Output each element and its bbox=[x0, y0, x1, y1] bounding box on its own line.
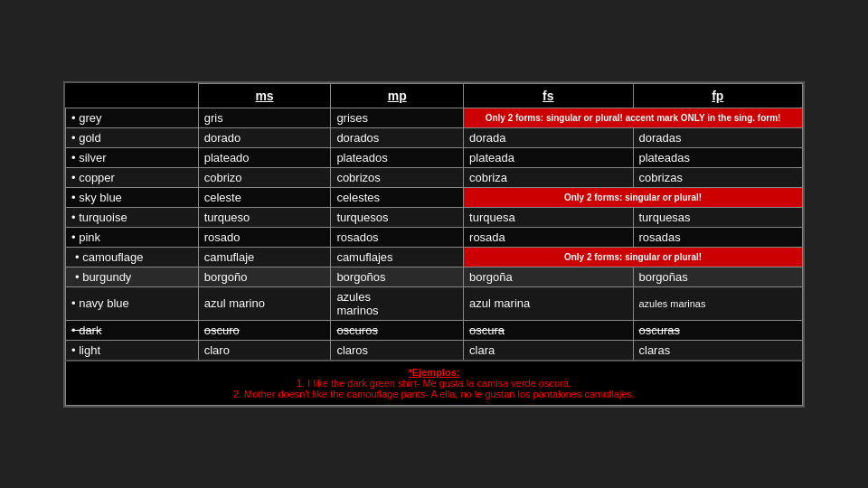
row-mp: celestes bbox=[331, 187, 464, 207]
table-row: • navy blueazul marinoazulesmarinosazul … bbox=[66, 286, 803, 320]
row-fs: dorada bbox=[464, 127, 633, 147]
row-mp: dorados bbox=[331, 127, 464, 147]
row-mp: borgoños bbox=[331, 267, 464, 286]
header-ms: ms bbox=[198, 83, 331, 108]
row-ms: borgoño bbox=[198, 267, 331, 286]
table-row: • burgundyborgoñoborgoñosborgoñaborgoñas bbox=[66, 267, 803, 286]
row-mp: grises bbox=[331, 108, 464, 127]
row-fp: doradas bbox=[633, 127, 803, 147]
row-fs-special: Only 2 forms: singular or plural! bbox=[464, 247, 803, 267]
table-row: • golddoradodoradosdoradadoradas bbox=[66, 127, 803, 147]
row-label: • light bbox=[66, 340, 199, 361]
row-ms: plateado bbox=[198, 147, 331, 167]
row-fs: turquesa bbox=[464, 207, 633, 227]
row-mp: rosados bbox=[331, 227, 464, 247]
row-label: • navy blue bbox=[66, 286, 199, 320]
row-ms: dorado bbox=[198, 127, 331, 147]
table-row: • camouflagecamuflajecamuflajesOnly 2 fo… bbox=[66, 247, 803, 267]
row-mp: claros bbox=[331, 340, 464, 361]
row-fp: oscuras bbox=[633, 320, 803, 340]
row-label: • dark bbox=[66, 320, 199, 340]
row-label: • pink bbox=[66, 227, 199, 247]
table-row: • pinkrosadorosadosrosadarosadas bbox=[66, 227, 803, 247]
row-fs: clara bbox=[464, 340, 633, 361]
row-ms: camuflaje bbox=[198, 247, 331, 267]
row-mp: plateados bbox=[331, 147, 464, 167]
table-row: • darkoscurooscurososcuraoscuras bbox=[66, 320, 803, 340]
row-fp: cobrizas bbox=[633, 167, 803, 187]
table-row: • greygrisgrisesOnly 2 forms: singular o… bbox=[66, 108, 803, 127]
row-ms: turqueso bbox=[198, 207, 331, 227]
row-label: • camouflage bbox=[66, 247, 199, 267]
row-fp: borgoñas bbox=[633, 267, 803, 286]
row-label: • copper bbox=[66, 167, 199, 187]
row-fs: azul marina bbox=[464, 286, 633, 320]
row-fs: borgoña bbox=[464, 267, 633, 286]
row-label: • grey bbox=[66, 108, 199, 127]
row-label: • sky blue bbox=[66, 187, 199, 207]
row-fp: rosadas bbox=[633, 227, 803, 247]
footer-row: *Ejemplos:1. I like the dark green shirt… bbox=[66, 361, 803, 406]
table-row: • sky bluecelestecelestesOnly 2 forms: s… bbox=[66, 187, 803, 207]
row-fs: plateada bbox=[464, 147, 633, 167]
main-table-wrapper: ms mp fs fp • greygrisgrisesOnly 2 forms… bbox=[63, 81, 805, 408]
row-label: • turquoise bbox=[66, 207, 199, 227]
table-row: • coppercobrizocobrizoscobrizacobrizas bbox=[66, 167, 803, 187]
row-ms: oscuro bbox=[198, 320, 331, 340]
row-ms: rosado bbox=[198, 227, 331, 247]
row-ms: claro bbox=[198, 340, 331, 361]
row-mp: turquesos bbox=[331, 207, 464, 227]
row-mp: oscuros bbox=[331, 320, 464, 340]
row-ms: cobrizo bbox=[198, 167, 331, 187]
row-fs-special: Only 2 forms: singular or plural! bbox=[464, 187, 803, 207]
row-fs: oscura bbox=[464, 320, 633, 340]
row-mp: azulesmarinos bbox=[331, 286, 464, 320]
row-fp: claras bbox=[633, 340, 803, 361]
row-fp: plateadas bbox=[633, 147, 803, 167]
row-ms: celeste bbox=[198, 187, 331, 207]
row-label: • silver bbox=[66, 147, 199, 167]
row-mp: camuflajes bbox=[331, 247, 464, 267]
colors-table: ms mp fs fp • greygrisgrisesOnly 2 forms… bbox=[65, 83, 803, 406]
row-label: • gold bbox=[66, 127, 199, 147]
table-row: • silverplateadoplateadosplateadaplatead… bbox=[66, 147, 803, 167]
row-fp: turquesas bbox=[633, 207, 803, 227]
row-ms: azul marino bbox=[198, 286, 331, 320]
row-mp: cobrizos bbox=[331, 167, 464, 187]
row-fp: azules marinas bbox=[633, 286, 803, 320]
header-empty bbox=[66, 83, 199, 108]
table-row: • lightclaroclarosclaraclaras bbox=[66, 340, 803, 361]
row-fs-special: Only 2 forms: singular or plural! accent… bbox=[464, 108, 803, 127]
table-row: • turquoiseturquesoturquesosturquesaturq… bbox=[66, 207, 803, 227]
row-fs: cobriza bbox=[464, 167, 633, 187]
header-mp: mp bbox=[331, 83, 464, 108]
header-fs: fs bbox=[464, 83, 633, 108]
header-fp: fp bbox=[633, 83, 803, 108]
row-fs: rosada bbox=[464, 227, 633, 247]
row-ms: gris bbox=[198, 108, 331, 127]
row-label: • burgundy bbox=[66, 267, 199, 286]
